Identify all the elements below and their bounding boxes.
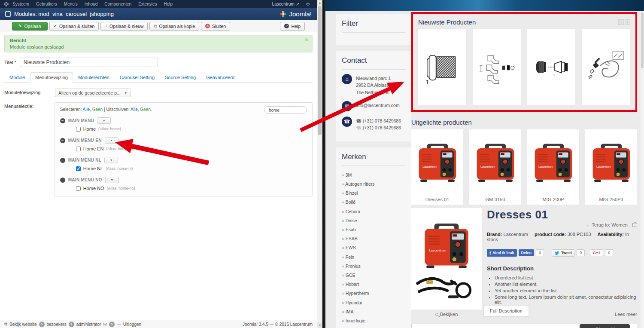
google-plus-button[interactable]: G+1	[590, 249, 603, 256]
full-description-tab[interactable]: Full Description	[483, 305, 529, 316]
menu-inhoud[interactable]: Inhoud	[81, 2, 101, 6]
save-button[interactable]: ✎Opslaan	[12, 22, 48, 31]
tab-module[interactable]: Module	[4, 72, 30, 83]
collapse-icon[interactable]: −	[60, 178, 65, 183]
home-no-checkbox[interactable]	[76, 186, 81, 191]
brands-title: Merken	[342, 153, 405, 161]
product-name[interactable]: MIG-200P	[527, 197, 579, 202]
site-scrollbar[interactable]	[641, 11, 644, 328]
save-new-button[interactable]: +Opslaan & nieuw	[100, 22, 148, 31]
menu-componenten[interactable]: Componenten	[101, 2, 135, 6]
carousel-product-card[interactable]	[582, 29, 630, 105]
assignment-select[interactable]: Alleen op de geselecteerde p...▼	[55, 89, 131, 97]
menu-gebruikers[interactable]: Gebruikers	[33, 2, 61, 6]
brand-link[interactable]: ESAB	[342, 234, 405, 243]
save-close-button[interactable]: ✔Opslaan & sluiten	[49, 22, 99, 31]
carousel-prev-button[interactable]: ‹	[618, 19, 624, 25]
brand-link[interactable]: Hypertherm	[342, 289, 405, 298]
featured-product-card[interactable]: GM-3150	[469, 129, 521, 205]
menu-assignment-form: Moduletoewijzing Alleen op de geselectee…	[0, 83, 317, 208]
chat-with-us-button[interactable]: Chat with us	[580, 324, 630, 328]
tab-geavanceerd[interactable]: Geavanceerd	[201, 72, 240, 83]
scrollbar-thumb[interactable]	[318, 6, 322, 135]
tab-carousel-setting[interactable]: Carousel Setting	[115, 72, 160, 83]
brand-link[interactable]: Kemper	[342, 325, 405, 328]
group-dropdown-button[interactable]: ▼	[105, 137, 118, 144]
select-none-link[interactable]: Geen	[92, 107, 103, 112]
mail-icon[interactable]: ✉	[103, 322, 106, 327]
carousel-product-card[interactable]	[527, 29, 575, 105]
expand-all-link[interactable]: Alle,	[131, 107, 139, 112]
featured-product-card[interactable]: MIG-250P3	[585, 129, 637, 205]
menu-extensies[interactable]: Extensies	[135, 2, 160, 6]
brand-link[interactable]: GCE	[342, 270, 405, 279]
group-dropdown-button[interactable]: ▼	[104, 157, 118, 163]
tab-modulerechten[interactable]: Modulerechten	[73, 72, 115, 83]
brand-link[interactable]: Dinse	[342, 216, 405, 225]
print-icon[interactable]	[632, 223, 637, 227]
logout-link[interactable]: Uitloggen	[123, 322, 141, 327]
product-name[interactable]: GM-3150	[469, 197, 521, 202]
brand-link[interactable]: 3M	[342, 170, 405, 179]
joomla-logo-icon	[3, 1, 9, 7]
product-name[interactable]: MIG-250P3	[585, 197, 637, 202]
brand-link[interactable]: Fronius	[342, 261, 405, 270]
brand-link[interactable]: Bollé	[342, 198, 405, 207]
close-button[interactable]: ✕Sluiten	[201, 22, 230, 31]
admin-scrollbar[interactable]: ▲ ▼	[317, 0, 322, 328]
email-link[interactable]: info@lascentrum.com	[356, 101, 400, 111]
scrollbar-thumb[interactable]	[641, 12, 644, 68]
select-all-link[interactable]: Alle,	[82, 107, 91, 112]
back-to-category-link[interactable]: ← Terug to: Women	[586, 222, 628, 227]
brand-link[interactable]: EWS	[342, 243, 405, 252]
view-site-link[interactable]: Bekijk website	[9, 322, 36, 327]
featured-product-card[interactable]: Dresses 01	[411, 129, 463, 205]
brand-link[interactable]: Esab	[342, 225, 405, 234]
product-name[interactable]: Dresses 01	[411, 197, 463, 202]
brand-link[interactable]: Binzel	[342, 189, 405, 198]
dismiss-message-icon[interactable]: ✕	[304, 37, 309, 43]
brand-link[interactable]: IMA	[342, 307, 405, 316]
carousel-product-card[interactable]	[473, 29, 521, 105]
home-checkbox[interactable]	[76, 127, 81, 132]
facebook-share-button[interactable]: Delen	[519, 249, 535, 256]
brand-link[interactable]: Hobart	[342, 280, 405, 289]
title-input[interactable]	[20, 58, 158, 67]
menu-systeem[interactable]: Systeem	[9, 2, 33, 6]
gear-icon[interactable]: ⚙	[303, 2, 313, 6]
help-button[interactable]: ?Help	[280, 22, 305, 31]
menu-help[interactable]: Help	[161, 2, 176, 6]
collapse-icon[interactable]: −	[60, 118, 65, 123]
home-nl-checkbox[interactable]	[76, 166, 81, 171]
brand-link[interactable]: Fein	[342, 252, 405, 261]
tab-menutoewijzing[interactable]: Menutoewijzing	[30, 72, 73, 83]
product-main-image[interactable]	[411, 208, 482, 310]
brand-list: 3M Autogen ritters Binzel Bollé Cebora D…	[342, 170, 405, 328]
view-product-link[interactable]: Bekijken	[411, 312, 482, 317]
facebook-like-button[interactable]: fVind ik leuk	[487, 249, 517, 257]
brand-link[interactable]: Innerlogic	[342, 316, 405, 325]
tab-source-setting[interactable]: Source Setting	[160, 72, 201, 83]
tweet-button[interactable]: Tweet	[552, 249, 575, 257]
save-copy-button[interactable]: ⧉Opslaan als kopie	[149, 22, 199, 31]
expand-none-link[interactable]: Geen.	[140, 107, 152, 112]
group-dropdown-button[interactable]: ▼	[97, 117, 111, 124]
joomla-wordmark: Joomla!	[279, 10, 312, 18]
collapse-icon[interactable]: −	[60, 158, 65, 163]
site-preview-link[interactable]: Lascentrum ↗	[269, 2, 303, 6]
carousel-next-button[interactable]: ›	[625, 19, 630, 25]
collapse-icon[interactable]: −	[60, 138, 65, 143]
home-en-checkbox[interactable]	[76, 147, 81, 151]
admins-label[interactable]: administrator	[76, 322, 101, 327]
visitors-label[interactable]: bezoekers	[47, 322, 67, 327]
menu-search-input[interactable]	[264, 106, 307, 114]
featured-product-card[interactable]: MIG-200P	[527, 129, 579, 205]
carousel-product-card[interactable]	[418, 29, 466, 105]
group-dropdown-button[interactable]: ▼	[105, 177, 119, 183]
brand-link[interactable]: Cebora	[342, 207, 405, 216]
filter-box: Filter	[336, 14, 411, 45]
menu-menus[interactable]: Menu's	[61, 2, 81, 6]
brand-link[interactable]: Autogen ritters	[342, 180, 405, 189]
welder-image	[473, 135, 518, 190]
brand-link[interactable]: Hyundai	[342, 298, 405, 307]
